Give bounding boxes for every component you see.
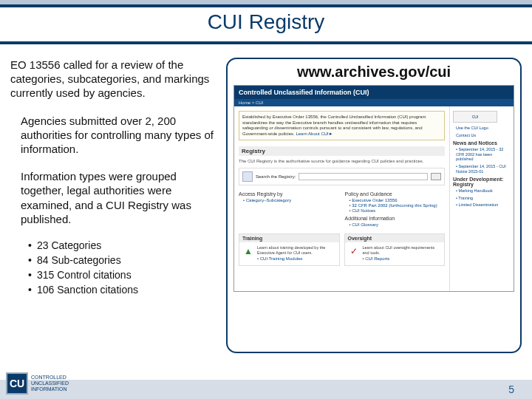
paragraph-1: EO 13556 called for a review of the cate…: [10, 58, 216, 100]
registry-desc: The CUI Registry is the authoritative so…: [239, 159, 445, 163]
embedded-screenshot: Controlled Unclassified Information (CUI…: [233, 85, 514, 292]
logo-text: CONTROLLED UNCLASSIFIED INFORMATION: [31, 375, 69, 392]
registry-columns: Access Registry by Category–Subcategory …: [239, 191, 445, 228]
access-registry-col: Access Registry by Category–Subcategory: [239, 191, 339, 228]
sidebar-heading: News and Notices: [453, 140, 511, 146]
sidebar-link[interactable]: Contact Us: [456, 133, 511, 138]
registry-link[interactable]: Category–Subcategory: [243, 198, 339, 202]
search-label: Search the Registry:: [256, 174, 296, 179]
footer-logo: CU CONTROLLED UNCLASSIFIED INFORMATION: [6, 372, 69, 395]
bullet-item: •23 Categories: [28, 239, 216, 253]
col-heading: Access Registry by: [239, 191, 339, 197]
policy-guidance-col: Policy and Guidance Executive Order 1355…: [345, 191, 446, 228]
page-number: 5: [508, 383, 514, 395]
card-heading: Oversight: [345, 234, 445, 242]
site-url: www.archives.gov/cui: [233, 64, 514, 81]
oversight-card: Oversight ✓ Learn about CUI oversight re…: [344, 233, 446, 266]
oversight-icon: ✓: [348, 245, 360, 257]
search-icon: [242, 171, 253, 182]
search-registry-row: Search the Registry:: [239, 168, 445, 185]
bullet-item: •106 Sanction citations: [28, 284, 216, 297]
sidebar-logo: CUI: [453, 111, 497, 123]
screenshot-banner: Controlled Unclassified Information (CUI…: [234, 86, 514, 99]
news-item[interactable]: • September 14, 2015 - CUI Notice 2015-0…: [456, 164, 511, 174]
sidebar-link[interactable]: Use the CUI Logo: [456, 126, 511, 131]
sidebar-heading: Under Development: Registry: [453, 177, 511, 187]
card-heading: Training: [239, 234, 339, 242]
dev-item: • Training: [456, 196, 511, 201]
paragraph-3: Information types were grouped together,…: [21, 169, 216, 226]
col-heading: Additional Information: [345, 216, 446, 221]
slide-title: CUI Registry: [0, 0, 532, 34]
card-text: Learn about CUI oversight requirements a…: [363, 245, 435, 255]
news-item[interactable]: • September 14, 2015 - 32 CFR 2002 has b…: [456, 147, 511, 162]
col-heading: Policy and Guidance: [345, 191, 446, 197]
registry-heading: Registry: [239, 146, 445, 156]
left-column: EO 13556 called for a review of the cate…: [10, 58, 216, 353]
dev-item: • Marking Handbook: [456, 188, 511, 194]
search-input[interactable]: [299, 173, 428, 180]
title-bar: CUI Registry: [0, 0, 532, 40]
training-card: Training ▲ Learn about training develope…: [239, 233, 340, 266]
footer-bar: 5: [0, 380, 532, 399]
registry-link[interactable]: Executive Order 13556: [349, 198, 446, 202]
intro-box: Established by Executive Order 13556, th…: [239, 111, 445, 140]
training-icon: ▲: [242, 245, 254, 257]
screenshot-sidebar: CUI Use the CUI Logo Contact Us News and…: [450, 106, 514, 291]
registry-link[interactable]: 32 CFR Part 2002 (forthcoming this Sprin…: [349, 203, 446, 208]
bullet-item: •315 Control citations: [28, 269, 216, 282]
bullet-item: •84 Sub-categories: [28, 254, 216, 267]
breadcrumb: Home > CUI: [234, 99, 514, 106]
card-text: Learn about training developed by the Ex…: [257, 245, 325, 255]
registry-link[interactable]: CUI Glossary: [349, 222, 446, 227]
search-go-button[interactable]: [431, 173, 441, 180]
content-area: EO 13556 called for a review of the cate…: [0, 44, 532, 353]
paragraph-2: Agencies submitted over 2, 200 authoriti…: [21, 114, 216, 157]
logo-square: CU: [6, 372, 28, 395]
right-column: www.archives.gov/cui Controlled Unclassi…: [226, 58, 522, 353]
screenshot-main: Established by Executive Order 13556, th…: [234, 106, 450, 291]
bottom-cards: Training ▲ Learn about training develope…: [239, 233, 445, 266]
screenshot-body: Established by Executive Order 13556, th…: [234, 106, 514, 291]
oversight-link[interactable]: CUI Reports: [363, 256, 442, 262]
dev-item: • Limited Dissemination: [456, 202, 511, 208]
bullet-list: •23 Categories •84 Sub-categories •315 C…: [28, 239, 216, 297]
learn-about-link[interactable]: Learn About CUI►: [296, 132, 332, 136]
registry-link[interactable]: CUI Notices: [349, 208, 446, 213]
training-link[interactable]: CUI Training Modules: [257, 256, 336, 262]
